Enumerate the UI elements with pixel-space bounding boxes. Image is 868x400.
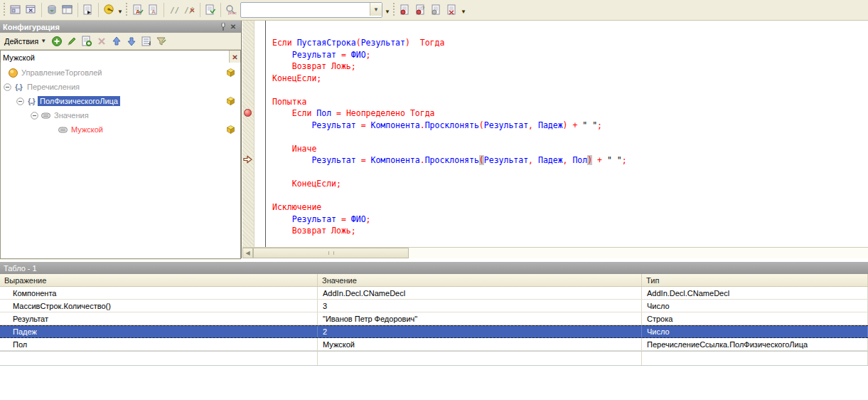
breakpoint-gutter[interactable] <box>242 21 254 247</box>
cell-value[interactable]: 2 <box>318 326 642 337</box>
code-line[interactable]: Возврат Ложь; <box>272 60 627 73</box>
config-root-icon <box>6 68 19 78</box>
code-line[interactable]: Результат = ФИО; <box>272 214 627 226</box>
cell-value[interactable]: 3 <box>318 300 642 312</box>
code-line[interactable]: КонецЕсли; <box>272 73 627 85</box>
list-icon[interactable] <box>139 34 154 48</box>
close-icon[interactable]: ✕ <box>228 22 238 31</box>
close-windows-icon[interactable] <box>23 2 39 18</box>
column-header[interactable]: Выражение <box>0 274 318 286</box>
open-module-icon[interactable] <box>80 2 96 18</box>
pin-icon[interactable] <box>218 22 228 31</box>
table-row[interactable]: Падеж2Число <box>0 325 868 338</box>
breakpoint-marker-icon[interactable] <box>244 109 252 117</box>
cell-expression[interactable] <box>0 352 318 365</box>
column-header[interactable]: Значение <box>318 274 642 286</box>
cell-value[interactable]: "Иванов Петр Федорович" <box>318 312 642 325</box>
code-line[interactable] <box>272 167 627 179</box>
cell-type[interactable]: Строка <box>642 312 868 325</box>
code-line[interactable]: Если ПустаяСтрока(Результат) Тогда <box>272 37 627 49</box>
cell-value[interactable] <box>318 352 642 365</box>
move-up-icon[interactable] <box>109 34 124 48</box>
remove-all-breakpoints-icon[interactable] <box>444 2 460 18</box>
move-down-icon[interactable] <box>124 34 139 48</box>
code-line[interactable]: Результат = Компонента.Просклонять(Резул… <box>272 120 627 132</box>
add-comment-icon[interactable]: // <box>166 2 182 18</box>
edit-icon[interactable] <box>64 34 79 48</box>
breakpoint-icon[interactable] <box>397 2 413 18</box>
code-token: Результат <box>484 155 528 165</box>
conditional-breakpoint-icon[interactable]: ? <box>413 2 429 18</box>
cell-expression[interactable]: Компонента <box>0 287 318 299</box>
code-line[interactable] <box>272 131 627 143</box>
tree-item[interactable]: {..}ПолФизическогоЛица <box>1 94 240 108</box>
column-header[interactable]: Тип <box>642 274 868 286</box>
disable-breakpoint-icon[interactable] <box>429 2 444 18</box>
add-icon[interactable] <box>49 34 64 48</box>
tree-item[interactable]: {..}Перечисления <box>1 80 240 94</box>
cell-type[interactable]: AddIn.Decl.CNameDecl <box>642 287 868 299</box>
syntax-check-all-icon[interactable]: A <box>146 2 161 18</box>
delete-icon[interactable] <box>94 34 109 48</box>
scrollbar-thumb[interactable] <box>253 248 409 258</box>
table-row[interactable]: КомпонентаAddIn.Decl.CNameDeclAddIn.Decl… <box>0 287 868 300</box>
table-row[interactable]: ПолМужскойПеречислениеСсылка.ПолФизическ… <box>0 338 868 351</box>
code-line[interactable]: Если Пол = Неопределено Тогда <box>272 107 627 120</box>
tree-expander-icon[interactable] <box>15 98 25 105</box>
table-row[interactable]: МассивСтрок.Количество()3Число <box>0 300 868 312</box>
chevron-down-icon[interactable]: ▼ <box>117 2 124 18</box>
tree-expander-icon[interactable] <box>29 112 39 120</box>
code-line[interactable]: Исключение <box>272 201 627 214</box>
scrollbar-track[interactable] <box>409 248 868 258</box>
table-row[interactable] <box>0 351 868 366</box>
cell-value[interactable]: AddIn.Decl.CNameDecl <box>318 287 642 299</box>
format-module-icon[interactable] <box>203 2 218 18</box>
code-line[interactable]: Результат = ФИО; <box>272 49 627 61</box>
code-text[interactable]: Если ПустаяСтрока(Результат) Тогда Резул… <box>272 37 627 237</box>
cell-type[interactable] <box>642 352 868 365</box>
editor-horizontal-scrollbar[interactable]: ◀ <box>242 247 868 258</box>
tree-item[interactable]: Значения <box>1 108 240 122</box>
module-editor[interactable]: Если ПустаяСтрока(Результат) Тогда Резул… <box>241 21 868 258</box>
tablo-header-row: ВыражениеЗначениеТип <box>0 274 868 287</box>
procedures-functions-icon[interactable]: proc <box>223 2 239 18</box>
copy-add-icon[interactable] <box>79 34 94 48</box>
form-table-icon[interactable] <box>60 2 75 18</box>
code-line[interactable] <box>272 190 627 202</box>
update-db-config-icon[interactable] <box>44 2 60 18</box>
edit-form-icon[interactable] <box>8 2 23 18</box>
cell-expression[interactable]: Пол <box>0 338 318 350</box>
cell-type[interactable]: Число <box>642 326 868 337</box>
tree-expander-icon[interactable] <box>2 83 12 91</box>
code-line[interactable]: Попытка <box>272 96 627 108</box>
filter-icon[interactable] <box>154 34 168 48</box>
cell-type[interactable]: ПеречислениеСсылка.ПолФизическогоЛица <box>642 338 868 350</box>
cell-type[interactable]: Число <box>642 300 868 312</box>
configuration-tree: УправлениеТорговлей{..}Перечисления{..}П… <box>0 63 241 259</box>
cell-expression[interactable]: МассивСтрок.Количество() <box>0 300 318 312</box>
scroll-left-button[interactable]: ◀ <box>242 248 253 258</box>
cell-expression[interactable]: Падеж <box>0 326 318 337</box>
actions-menu-button[interactable]: Действия ▼ <box>1 37 49 46</box>
syntax-check-icon[interactable]: A <box>130 2 146 18</box>
locked-cube-icon <box>227 68 235 78</box>
code-line[interactable]: Иначе <box>272 143 627 155</box>
chevron-down-icon[interactable]: ▼ <box>460 2 467 18</box>
cell-value[interactable]: Мужской <box>318 338 642 350</box>
code-line[interactable]: Возврат Ложь; <box>272 225 627 237</box>
procedure-combobox[interactable]: ▼ <box>240 2 382 18</box>
code-line[interactable]: КонецЕсли; <box>272 178 627 190</box>
code-line[interactable]: Результат = Компонента.Просклонять(Резул… <box>272 154 627 167</box>
tree-item[interactable]: Мужской <box>1 122 240 137</box>
table-row[interactable]: Результат"Иванов Петр Федорович"Строка <box>0 312 868 325</box>
cell-expression[interactable]: Результат <box>0 312 318 325</box>
combobox-dropdown-button[interactable]: ▼ <box>370 3 382 16</box>
remove-comment-icon[interactable]: // <box>182 2 198 18</box>
tree-item[interactable]: УправлениеТорговлей <box>1 65 240 80</box>
code-token: ; <box>366 50 371 60</box>
code-line[interactable] <box>272 84 627 96</box>
tree-search-input[interactable] <box>1 53 229 62</box>
procedure-combobox-input[interactable] <box>241 3 370 17</box>
save-image-icon[interactable] <box>101 2 117 18</box>
chevron-down-icon[interactable]: ▼ <box>384 2 391 18</box>
